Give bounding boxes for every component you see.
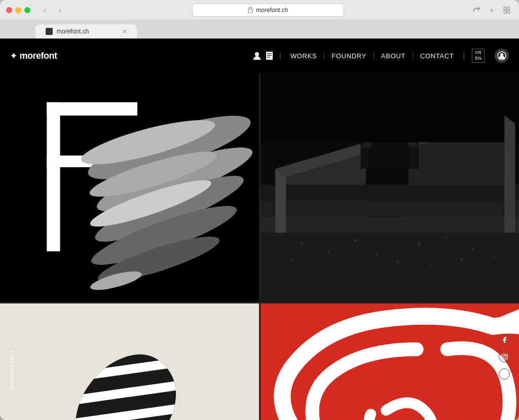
svg-point-48 xyxy=(311,274,313,276)
svg-rect-14 xyxy=(47,102,137,116)
account-icon xyxy=(497,51,506,60)
svg-rect-13 xyxy=(47,102,60,251)
grid-cell-1[interactable] xyxy=(0,73,259,302)
svg-marker-33 xyxy=(261,201,520,217)
svg-point-38 xyxy=(354,239,356,242)
linkedin-link[interactable]: in xyxy=(499,368,510,379)
user-icon[interactable] xyxy=(252,51,262,60)
svg-marker-51 xyxy=(261,73,520,142)
nav-divider-2: | xyxy=(463,51,465,60)
svg-marker-52 xyxy=(275,169,286,233)
grid-cell-3[interactable] xyxy=(0,303,259,420)
lock-icon xyxy=(248,7,253,13)
tab-close-button[interactable]: × xyxy=(123,27,127,35)
svg-marker-26 xyxy=(261,233,520,302)
svg-point-47 xyxy=(460,258,463,260)
nav-divider-1: | xyxy=(279,51,281,60)
grid-cell-4[interactable] xyxy=(261,303,520,420)
nav-item-works[interactable]: WORKS xyxy=(283,52,324,60)
svg-text:in: in xyxy=(502,371,507,377)
lang-en: EN xyxy=(475,56,481,61)
svg-marker-53 xyxy=(504,116,515,233)
svg-point-46 xyxy=(428,266,430,269)
svg-rect-7 xyxy=(267,53,272,54)
forward-button[interactable]: › xyxy=(54,4,66,16)
lang-fr: FR xyxy=(475,50,481,56)
site-logo[interactable]: ✦ morefont xyxy=(10,51,57,61)
artwork-f-swoosh xyxy=(0,73,259,302)
user-account-button[interactable] xyxy=(495,49,509,63)
svg-point-42 xyxy=(471,247,473,250)
svg-point-63 xyxy=(503,355,506,358)
svg-rect-62 xyxy=(502,354,507,360)
svg-point-37 xyxy=(290,258,292,260)
artwork-calligraphy-red xyxy=(261,303,520,420)
book-icon[interactable] xyxy=(266,51,273,60)
tabs-button[interactable] xyxy=(501,4,513,16)
svg-rect-4 xyxy=(507,11,510,13)
svg-rect-9 xyxy=(267,57,270,58)
svg-point-44 xyxy=(343,263,345,265)
close-button[interactable] xyxy=(6,7,12,13)
browser-actions: + xyxy=(470,4,513,16)
svg-point-40 xyxy=(418,242,420,245)
logo-text: morefont xyxy=(20,51,57,61)
svg-rect-3 xyxy=(504,11,506,13)
site-header: ✦ morefont | WORKS xyxy=(0,39,519,73)
svg-marker-32 xyxy=(261,217,520,233)
language-switcher[interactable]: FR EN xyxy=(472,49,485,63)
nav-icons xyxy=(252,51,273,60)
svg-point-39 xyxy=(375,253,377,255)
facebook-link[interactable] xyxy=(499,334,510,345)
svg-point-43 xyxy=(493,256,495,258)
instagram-icon xyxy=(501,354,508,360)
browser-titlebar: ‹ › morefont.ch + xyxy=(0,0,519,20)
instagram-link[interactable] xyxy=(499,351,510,362)
browser-controls: ‹ › xyxy=(39,4,66,16)
back-button[interactable]: ‹ xyxy=(39,4,51,16)
copyright-text: morefont-2023 xyxy=(9,350,15,390)
facebook-icon xyxy=(502,336,507,343)
tab-title: morefont.ch xyxy=(57,28,89,35)
share-button[interactable] xyxy=(470,4,483,16)
browser-tab-bar: morefont.ch × xyxy=(0,20,519,39)
minimize-button[interactable] xyxy=(15,7,21,13)
traffic-lights xyxy=(6,7,30,13)
browser-tab[interactable]: morefont.ch × xyxy=(35,24,137,39)
svg-point-5 xyxy=(255,52,259,56)
svg-point-36 xyxy=(327,250,329,252)
grid-cell-2[interactable] xyxy=(261,73,520,302)
svg-marker-34 xyxy=(261,185,520,201)
new-tab-button[interactable]: + xyxy=(486,4,498,16)
svg-point-49 xyxy=(364,277,366,279)
social-links: in xyxy=(499,334,510,379)
svg-point-35 xyxy=(301,242,303,245)
site-grid xyxy=(0,73,519,420)
maximize-button[interactable] xyxy=(24,7,30,13)
linkedin-icon: in xyxy=(501,371,508,377)
svg-point-41 xyxy=(444,237,447,239)
svg-point-45 xyxy=(396,261,399,263)
url-text: morefont.ch xyxy=(256,7,288,14)
svg-rect-8 xyxy=(267,55,272,56)
tab-favicon xyxy=(46,28,53,35)
nav-item-contact[interactable]: CONTACT xyxy=(413,52,461,60)
address-bar[interactable]: morefont.ch xyxy=(192,4,344,17)
address-bar-container: morefont.ch xyxy=(70,4,466,17)
nav-item-foundry[interactable]: FOUNDRY xyxy=(324,52,374,60)
website-content: ✦ morefont | WORKS xyxy=(0,39,519,420)
svg-point-50 xyxy=(498,272,500,274)
svg-rect-2 xyxy=(507,7,510,10)
svg-rect-1 xyxy=(504,7,506,10)
artwork-striped-sculpture xyxy=(0,303,259,420)
nav-item-about[interactable]: ABOUT xyxy=(374,52,413,60)
svg-point-64 xyxy=(506,355,506,355)
browser-window: ‹ › morefont.ch + xyxy=(0,0,519,420)
logo-arrow-icon: ✦ xyxy=(10,51,17,61)
svg-rect-0 xyxy=(248,9,252,13)
nav-menu: WORKS FOUNDRY ABOUT CONTACT xyxy=(283,52,461,60)
artwork-3d-terrain xyxy=(261,73,520,302)
